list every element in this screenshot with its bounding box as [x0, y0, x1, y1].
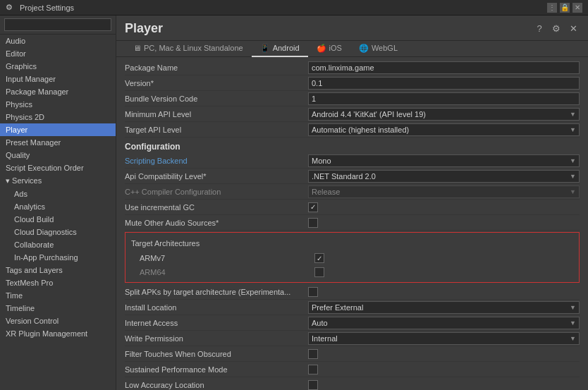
- target-api-level-row: Target API Level Automatic (highest inst…: [125, 122, 580, 138]
- sidebar-item-player[interactable]: Player: [0, 123, 116, 136]
- sidebar-item-quality[interactable]: Quality: [0, 149, 116, 162]
- window-title: Project Settings: [20, 4, 74, 12]
- min-api-level-selected: Android 4.4 'KitKat' (API level 19): [312, 110, 426, 118]
- settings-button[interactable]: ⚙: [550, 23, 563, 35]
- bundle-version-code-row: Bundle Version Code 1: [125, 91, 580, 106]
- bundle-version-code-field[interactable]: 1: [308, 92, 580, 105]
- sidebar-item-version-control[interactable]: Version Control: [0, 315, 116, 327]
- target-api-level-selected: Automatic (highest installed): [312, 126, 409, 134]
- menu-btn[interactable]: ⋮: [547, 3, 557, 13]
- write-permission-dropdown[interactable]: Internal ▼: [308, 332, 580, 345]
- low-accuracy-row: Low Accuracy Location: [125, 377, 580, 390]
- sidebar-item-editor[interactable]: Editor: [0, 47, 116, 60]
- platform-tabs: 🖥PC, Mac & Linux Standalone📱Android🍎iOS🌐…: [116, 41, 588, 57]
- sustained-perf-label: Sustained Performance Mode: [125, 364, 308, 375]
- sidebar-item-graphics[interactable]: Graphics: [0, 60, 116, 73]
- arm64-checkbox[interactable]: [314, 267, 324, 277]
- package-name-field[interactable]: com.linxima.game: [308, 61, 580, 74]
- split-apks-value: [308, 287, 580, 297]
- internet-access-value: Auto ▼: [308, 317, 580, 329]
- min-api-level-arrow: ▼: [570, 111, 576, 118]
- bundle-version-code-value: 1: [308, 92, 580, 105]
- target-api-level-arrow: ▼: [570, 126, 576, 133]
- internet-access-label: Internet Access: [125, 317, 308, 329]
- min-api-level-value: Android 4.4 'KitKat' (API level 19) ▼: [308, 108, 580, 121]
- filter-touches-checkbox[interactable]: [308, 349, 318, 359]
- write-permission-selected: Internal: [312, 334, 338, 343]
- target-api-level-dropdown[interactable]: Automatic (highest installed) ▼: [308, 123, 580, 136]
- target-arch-box: Target Architectures ARMv7 ARM64: [125, 232, 580, 283]
- min-api-level-dropdown[interactable]: Android 4.4 'KitKat' (API level 19) ▼: [308, 108, 580, 121]
- sidebar-item-cloud-diagnostics[interactable]: Cloud Diagnostics: [0, 226, 116, 238]
- incremental-gc-value: [308, 202, 580, 212]
- sidebar-item-analytics[interactable]: Analytics: [0, 200, 116, 213]
- sidebar-item-script-execution-order[interactable]: Script Execution Order: [0, 162, 116, 174]
- platform-tab-pc--mac---linux-standalone[interactable]: 🖥PC, Mac & Linux Standalone: [125, 41, 252, 57]
- api-compat-value: .NET Standard 2.0 ▼: [308, 170, 580, 183]
- sidebar-item-time[interactable]: Time: [0, 289, 116, 302]
- split-apks-row: Split APKs by target architecture (Exper…: [125, 284, 580, 300]
- sidebar-item-package-manager[interactable]: Package Manager: [0, 85, 116, 98]
- low-accuracy-label: Low Accuracy Location: [125, 379, 308, 391]
- cpp-compiler-arrow: ▼: [570, 188, 576, 195]
- low-accuracy-checkbox[interactable]: [308, 380, 318, 390]
- header-icons: ? ⚙ ✕: [533, 23, 580, 35]
- settings-body: Package Name com.linxima.game Version* 0…: [116, 57, 588, 390]
- configuration-section-header: Configuration: [125, 138, 580, 153]
- sidebar-item-cloud-build[interactable]: Cloud Build: [0, 213, 116, 226]
- sidebar-item-physics-2d[interactable]: Physics 2D: [0, 111, 116, 123]
- armv7-checkbox[interactable]: [314, 253, 324, 263]
- version-field[interactable]: 0.1: [308, 77, 580, 90]
- title-bar: ⚙ Project Settings ⋮ 🔒 ✕: [0, 0, 588, 16]
- help-button[interactable]: ?: [533, 23, 546, 35]
- close-btn[interactable]: ✕: [572, 3, 582, 13]
- filter-touches-label: Filter Touches When Obscured: [125, 348, 308, 360]
- sidebar-item-timeline[interactable]: Timeline: [0, 302, 116, 315]
- install-location-arrow: ▼: [570, 304, 576, 311]
- incremental-gc-checkbox[interactable]: [308, 202, 318, 212]
- sidebar-item-textmesh-pro[interactable]: TextMesh Pro: [0, 276, 116, 289]
- scripting-backend-row: Scripting Backend Mono ▼: [125, 153, 580, 169]
- package-name-value: com.linxima.game: [308, 61, 580, 74]
- install-location-label: Install Location: [125, 302, 308, 313]
- armv7-label: ARMv7: [131, 254, 314, 262]
- sidebar-item-services[interactable]: ▾ Services: [0, 174, 116, 188]
- close-panel-button[interactable]: ✕: [567, 23, 580, 35]
- api-compat-label: Api Compatibility Level*: [125, 171, 308, 182]
- scripting-backend-arrow: ▼: [570, 157, 576, 164]
- lock-btn[interactable]: 🔒: [560, 3, 570, 13]
- sidebar-item-physics[interactable]: Physics: [0, 98, 116, 111]
- mute-audio-checkbox[interactable]: [308, 218, 318, 228]
- sustained-perf-row: Sustained Performance Mode: [125, 362, 580, 377]
- target-api-level-label: Target API Level: [125, 124, 308, 135]
- split-apks-checkbox[interactable]: [308, 287, 318, 297]
- write-permission-arrow: ▼: [570, 335, 576, 342]
- sidebar-item-ads[interactable]: Ads: [0, 188, 116, 200]
- platform-tab-ios[interactable]: 🍎iOS: [308, 41, 350, 57]
- sidebar-item-in-app-purchasing[interactable]: In-App Purchasing: [0, 251, 116, 264]
- scripting-backend-dropdown[interactable]: Mono ▼: [308, 154, 580, 167]
- window-controls: ⋮ 🔒 ✕: [547, 3, 582, 13]
- sidebar-item-collaborate[interactable]: Collaborate: [0, 238, 116, 251]
- sidebar-search-input[interactable]: [4, 18, 111, 31]
- scripting-backend-value: Mono ▼: [308, 154, 580, 167]
- sustained-perf-checkbox[interactable]: [308, 365, 318, 374]
- arm64-label: ARM64: [131, 268, 314, 276]
- sidebar-item-xr-plugin-management[interactable]: XR Plugin Management: [0, 327, 116, 340]
- sidebar-item-audio[interactable]: Audio: [0, 35, 116, 47]
- platform-tab-android[interactable]: 📱Android: [252, 41, 308, 57]
- platform-tab-webgl[interactable]: 🌐WebGL: [350, 41, 406, 57]
- sidebar-item-input-manager[interactable]: Input Manager: [0, 73, 116, 85]
- sidebar-item-tags-and-layers[interactable]: Tags and Layers: [0, 264, 116, 276]
- sidebar-item-preset-manager[interactable]: Preset Manager: [0, 136, 116, 149]
- version-value: 0.1: [308, 77, 580, 90]
- target-api-level-value: Automatic (highest installed) ▼: [308, 123, 580, 136]
- install-location-selected: Prefer External: [312, 303, 363, 312]
- install-location-dropdown[interactable]: Prefer External ▼: [308, 301, 580, 314]
- internet-access-selected: Auto: [312, 319, 328, 327]
- filter-touches-row: Filter Touches When Obscured: [125, 346, 580, 362]
- internet-access-dropdown[interactable]: Auto ▼: [308, 317, 580, 329]
- scripting-backend-label[interactable]: Scripting Backend: [125, 155, 308, 166]
- scripting-backend-selected: Mono: [312, 157, 331, 165]
- api-compat-dropdown[interactable]: .NET Standard 2.0 ▼: [308, 170, 580, 183]
